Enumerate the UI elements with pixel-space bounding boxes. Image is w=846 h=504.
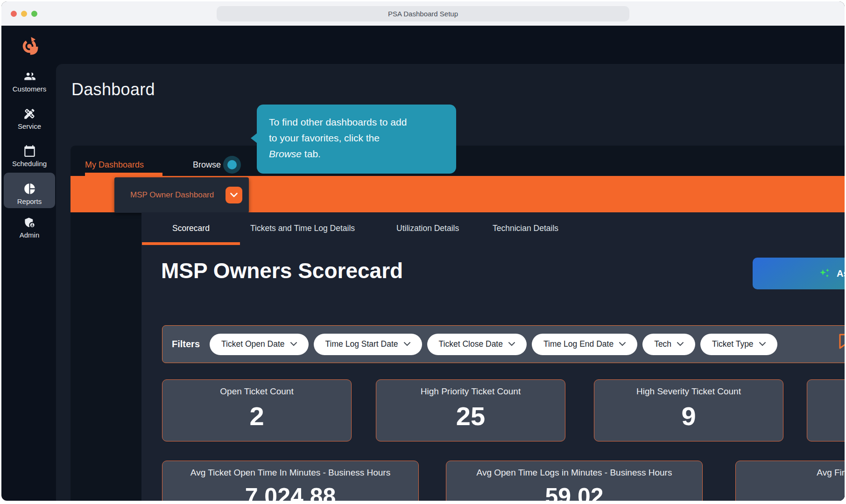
sidebar-label: Reports — [1, 197, 57, 205]
tooltip-arrow-icon — [251, 133, 257, 143]
sidebar: Customers Service Scheduling Reports Adm — [1, 26, 57, 501]
sidebar-item-reports[interactable]: Reports — [1, 182, 57, 205]
filter-ticket-close-date[interactable]: Ticket Close Date — [427, 334, 527, 355]
walkthrough-tooltip: To find other dashboards to add to your … — [257, 105, 456, 174]
chevron-down-icon — [759, 342, 766, 346]
subtab-scorecard[interactable]: Scorecard — [142, 212, 240, 245]
kpi-title: High Priority Ticket Count — [376, 386, 565, 397]
tooltip-line-2: to your favorites, click the — [269, 130, 444, 146]
app-logo-icon — [20, 36, 39, 56]
scorecard-heading: MSP Owners Scorecard — [161, 258, 403, 283]
customers-people-icon — [23, 70, 36, 83]
sidebar-item-service[interactable]: Service — [1, 107, 57, 130]
kpi-avg-ticket-open-time: Avg Ticket Open Time In Minutes - Busine… — [162, 461, 419, 501]
app-body: Customers Service Scheduling Reports Adm — [1, 26, 845, 501]
ask-button-label: Ask — [837, 268, 845, 279]
filter-ticket-type[interactable]: Ticket Type — [700, 334, 777, 355]
hotspot-dot-icon — [227, 160, 237, 169]
kpi-avg-open-time-logs: Avg Open Time Logs in Minutes - Business… — [446, 461, 703, 501]
chevron-down-icon — [404, 342, 410, 346]
kpi-card-clipped — [807, 379, 845, 441]
kpi-value: 9 — [594, 401, 783, 431]
dashboard-selector-expand-button[interactable] — [226, 187, 242, 203]
walkthrough-hotspot[interactable] — [223, 156, 241, 174]
chevron-down-icon — [508, 342, 515, 346]
active-tab-indicator — [85, 173, 162, 176]
dashboard-selector-label: MSP Owner Dashboard — [130, 190, 214, 200]
chevron-down-icon — [677, 342, 684, 346]
scorecard-tab-panel: Scorecard Tickets and Time Log Details U… — [141, 212, 845, 501]
sidebar-label: Admin — [1, 231, 57, 239]
tooltip-line-3: Browse tab. — [269, 146, 444, 162]
titlebar: PSA Dashboard Setup — [1, 1, 845, 26]
dashboard-selector[interactable]: MSP Owner Dashboard — [114, 177, 249, 213]
kpi-value: 59.02 — [446, 483, 702, 501]
subtab-utilization-details[interactable]: Utilization Details — [396, 224, 459, 233]
ask-ai-button[interactable]: Ask — [753, 258, 845, 289]
screen: PSA Dashboard Setup Customers S — [0, 0, 846, 504]
sidebar-label: Customers — [1, 85, 57, 93]
close-window-button[interactable] — [11, 11, 17, 17]
kpi-avg-first-response: Avg First Response Tim 1,3 — [735, 461, 845, 501]
minimize-window-button[interactable] — [21, 11, 27, 17]
admin-shield-icon — [23, 216, 36, 229]
filters-panel: Filters Ticket Open Date Time Log Start … — [162, 325, 845, 363]
kpi-value: 1,3 — [736, 483, 845, 501]
subtabs: Scorecard Tickets and Time Log Details U… — [141, 212, 845, 245]
chevron-down-icon — [230, 193, 238, 197]
filters-label: Filters — [172, 339, 200, 350]
kpi-value: 25 — [376, 401, 565, 431]
filter-time-log-start-date[interactable]: Time Log Start Date — [314, 334, 422, 355]
traffic-lights — [11, 11, 37, 17]
kpi-high-severity-ticket-count: High Severity Ticket Count 9 — [594, 379, 783, 441]
scheduling-calendar-icon — [23, 145, 36, 157]
sparkles-icon — [818, 267, 831, 280]
kpi-high-priority-ticket-count: High Priority Ticket Count 25 — [376, 379, 565, 441]
kpi-value: 7,024.88 — [162, 483, 418, 501]
filter-tech[interactable]: Tech — [642, 334, 695, 355]
chevron-down-icon — [290, 342, 297, 346]
chevron-down-icon — [619, 342, 626, 346]
bookmark-icon[interactable] — [839, 334, 845, 350]
tooltip-browse-word: Browse — [269, 148, 302, 159]
filter-time-log-end-date[interactable]: Time Log End Date — [532, 334, 637, 355]
dashboard-tab-container: My Dashboards Browse MSP Owner Dashboard — [70, 146, 845, 501]
sidebar-label: Service — [1, 122, 57, 130]
sidebar-item-scheduling[interactable]: Scheduling — [1, 145, 57, 168]
app-window: PSA Dashboard Setup Customers S — [1, 1, 845, 501]
kpi-open-ticket-count: Open Ticket Count 2 — [162, 379, 352, 441]
tooltip-line-1: To find other dashboards to add — [269, 114, 444, 130]
window-title: PSA Dashboard Setup — [217, 6, 629, 21]
kpi-title: Avg Ticket Open Time In Minutes - Busine… — [162, 468, 418, 478]
page-title: Dashboard — [71, 80, 155, 99]
subtab-tickets-time-log-details[interactable]: Tickets and Time Log Details — [250, 224, 355, 233]
zoom-window-button[interactable] — [31, 11, 37, 17]
kpi-title: Avg Open Time Logs in Minutes - Business… — [446, 468, 702, 478]
reports-pie-chart-icon — [23, 182, 36, 195]
tab-my-dashboards[interactable]: My Dashboards — [85, 160, 144, 170]
kpi-value: 2 — [162, 401, 351, 431]
sidebar-label: Scheduling — [1, 160, 57, 168]
sidebar-item-admin[interactable]: Admin — [1, 216, 57, 239]
service-tools-icon — [23, 107, 36, 120]
kpi-title: Open Ticket Count — [162, 386, 351, 397]
kpi-title: High Severity Ticket Count — [594, 386, 783, 397]
tab-browse[interactable]: Browse — [193, 160, 221, 170]
kpi-title: Avg First Response Tim — [736, 468, 845, 478]
filter-ticket-open-date[interactable]: Ticket Open Date — [210, 334, 309, 355]
subtab-active-underline — [142, 242, 240, 245]
tooltip-line-3-rest: tab. — [302, 148, 321, 159]
subtab-technician-details[interactable]: Technician Details — [493, 224, 558, 233]
sidebar-item-customers[interactable]: Customers — [1, 70, 57, 93]
